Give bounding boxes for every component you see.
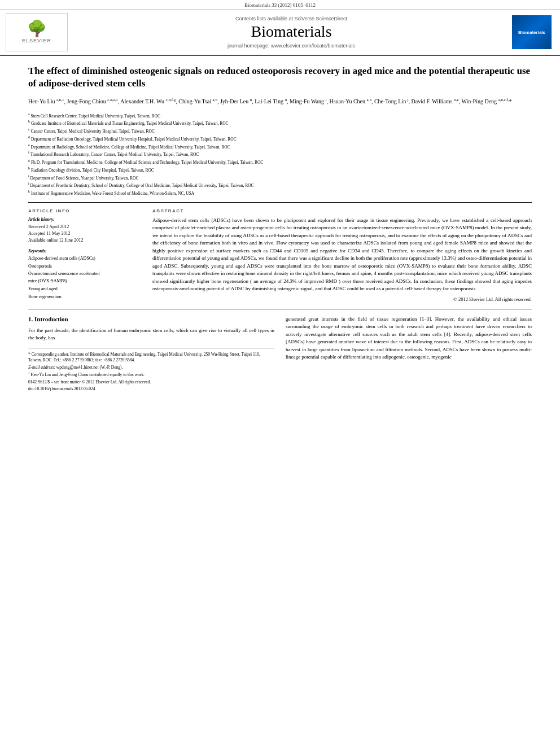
abstract-text: Adipose-derived stem cells (ADSCs) have … [152,217,532,293]
abstract-column: ABSTRACT Adipose-derived stem cells (ADS… [152,208,532,302]
affil-d: d Department of Radiation Oncology, Taip… [28,135,532,142]
bottom-divider [28,309,532,310]
sciverse-line: Contents lists available at SciVerse Sci… [235,16,347,21]
affil-j: j Department of Prosthetic Dentistry, Sc… [28,181,532,189]
keyword-4: Young and aged [28,286,141,293]
two-column-section: ARTICLE INFO Article history: Received 2… [28,208,532,302]
article-title: The effect of diminished osteogenic sign… [28,65,532,90]
received-date: Received 2 April 2012 [28,224,141,230]
intro-para-1: For the past decade, the identification … [28,327,274,342]
affil-c: c Cancer Center, Taipei Medical Universi… [28,127,532,134]
affil-e: e Department of Radiology, School of Med… [28,143,532,150]
affil-a: a Stem Cell Research Center, Taipei Medi… [28,112,532,119]
article-content: The effect of diminished osteogenic sign… [0,56,560,397]
equal-contribution-footnote: 1 Hen-Yu Liu and Jeng-Fong Chiou contrib… [28,372,274,378]
article-info-label: ARTICLE INFO [28,208,141,213]
intro-left-col: 1. Introduction For the past decade, the… [28,316,274,392]
elsevier-text: ELSEVIER [22,38,51,43]
affiliations: a Stem Cell Research Center, Taipei Medi… [28,112,532,196]
keyword-5: Bone regeneration [28,294,141,301]
affil-f: f Translational Research Laboratory, Can… [28,150,532,158]
accepted-date: Accepted 11 May 2012 [28,230,141,237]
copyright-line: © 2012 Elsevier Ltd. All rights reserved… [152,296,532,302]
journal-citation-bar: Biomaterials 33 (2012) 6105–6112 [0,0,560,10]
article-history: Received 2 April 2012 Accepted 11 May 20… [28,224,141,244]
affil-b: b Graduate Institute of Biomedical Mater… [28,119,532,126]
intro-right-col: generated great interests in the field o… [286,316,532,392]
keyword-1: Adipose-derived stem cells (ADSCs) [28,255,141,263]
email-footnote: E-mail address: wpdeng@ms41.hinet.net (W… [28,365,274,371]
article-info-column: ARTICLE INFO Article history: Received 2… [28,208,141,302]
intro-text-right: generated great interests in the field o… [286,316,532,361]
footnotes-area: * Corresponding author. Institute of Bio… [28,348,274,392]
history-label: Article history: [28,217,141,222]
journal-title-main: Biomaterials [251,23,331,41]
issn-line: 0142-9612/$ – see front matter © 2012 El… [28,379,274,385]
journal-header: 🌳 ELSEVIER Contents lists available at S… [0,10,560,56]
intro-heading: 1. Introduction [28,316,274,322]
bio-logo-box: Biomaterials [512,15,552,49]
email-label: E-mail address: [28,365,55,370]
affil-k: k Institute of Regenerative Medicine, Wa… [28,189,532,196]
affil-g: g Ph.D. Program for Translational Medici… [28,158,532,165]
introduction-section: 1. Introduction For the past decade, the… [28,316,532,392]
available-date: Available online 12 June 2012 [28,237,141,244]
abstract-label: ABSTRACT [152,208,532,213]
biomaterials-logo: Biomaterials [509,13,554,51]
intro-text-left: For the past decade, the identification … [28,327,274,342]
section-divider [28,202,532,203]
keyword-3: Ovariectomized senescence acceleratedmic… [28,270,141,285]
elsevier-logo: 🌳 ELSEVIER [6,13,68,51]
keywords-section: Adipose-derived stem cells (ADSCs) Osteo… [28,255,141,301]
keyword-2: Osteoporosis [28,263,141,270]
journal-homepage: journal homepage: www.elsevier.com/locat… [228,43,355,49]
authors-line: Hen-Yu Liu a,b,1, Jeng-Fong Chiou c,d,e,… [28,97,532,106]
affil-i: i Department of Food Science, Yuanpei Un… [28,174,532,181]
journal-center: Contents lists available at SciVerse Sci… [73,13,509,51]
abstract-paragraph: Adipose-derived stem cells (ADSCs) have … [152,217,532,293]
corresponding-footnote: * Corresponding author. Institute of Bio… [28,352,274,364]
keywords-label: Keywords: [28,248,141,254]
doi-line: doi:10.1016/j.biomaterials.2012.05.024 [28,386,274,391]
tree-icon: 🌳 [27,21,47,37]
journal-citation: Biomaterials 33 (2012) 6105–6112 [244,2,316,8]
affil-h: h Radiation Oncology division, Taipei Ci… [28,166,532,173]
authors-text: Hen-Yu Liu a,b,1, Jeng-Fong Chiou c,d,e,… [28,98,512,104]
intro-para-2: generated great interests in the field o… [286,316,532,361]
page-wrapper: Biomaterials 33 (2012) 6105–6112 🌳 ELSEV… [0,0,560,397]
